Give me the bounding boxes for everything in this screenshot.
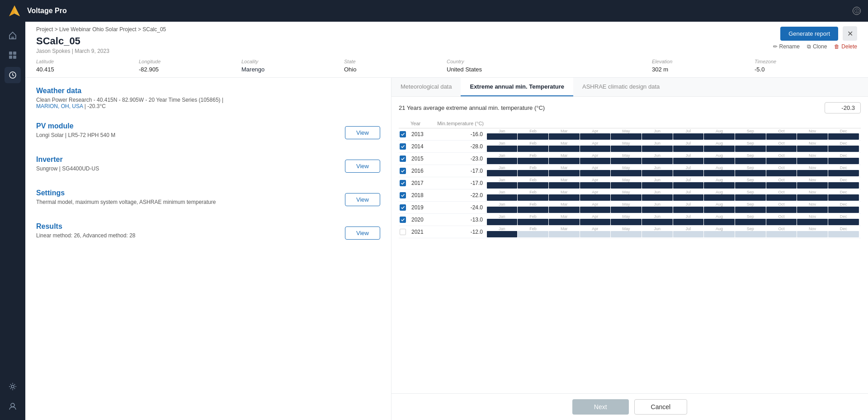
delete-icon: 🗑 — [834, 43, 840, 50]
location-bar: Latitude 40.415 Longitude -82.905 Locali… — [36, 54, 857, 77]
bar-cell-2018: JanFebMarAprMayJunJulAugSepOctNovDec — [485, 189, 861, 202]
latitude-label: Latitude — [36, 59, 139, 64]
row-checkbox-2021[interactable] — [400, 229, 406, 235]
pv-title: PV module — [36, 122, 115, 130]
app-title: Voltage Pro — [27, 7, 67, 15]
latitude-value: 40.415 — [36, 66, 139, 73]
bar-cell-2021: JanFebMarAprMayJunJulAugSepOctNovDec — [485, 226, 861, 238]
content-area: Weather data Clean Power Research - 40.4… — [25, 78, 868, 420]
svg-point-8 — [11, 385, 14, 388]
sidebar-item-grid[interactable] — [5, 47, 21, 63]
generate-report-button[interactable]: Generate report — [780, 27, 838, 41]
row-checkbox-2018[interactable] — [400, 192, 406, 198]
avg-label: 21 Years average extreme annual min. tem… — [399, 104, 545, 111]
temp-cell-2018: -22.0 — [435, 189, 485, 202]
year-cell-2019: 2019 — [410, 202, 435, 214]
svg-marker-1 — [14, 5, 20, 16]
breadcrumb: Project > Live Webinar Ohio Solar Projec… — [36, 26, 166, 33]
locality-value: Marengo — [241, 66, 344, 73]
avg-value: -20.3 — [825, 102, 861, 113]
temp-cell-2014: -28.0 — [435, 141, 485, 153]
pv-view-button[interactable]: View — [345, 126, 380, 139]
bar-cell-2016: JanFebMarAprMayJunJulAugSepOctNovDec — [485, 165, 861, 177]
topbar: Voltage Pro ⓘ — [0, 0, 868, 22]
sidebar — [0, 22, 25, 420]
close-button[interactable]: ✕ — [843, 26, 857, 41]
row-checkbox-2016[interactable] — [400, 168, 406, 174]
weather-title: Weather data — [36, 87, 380, 95]
info-icon[interactable]: ⓘ — [853, 7, 861, 15]
year-cell-2013: 2013 — [410, 128, 435, 141]
country-label: Country — [447, 59, 652, 64]
tab-ashrae[interactable]: ASHRAE climatic design data — [573, 78, 669, 96]
clone-link[interactable]: ⧉ Clone — [807, 43, 827, 50]
svg-rect-3 — [9, 52, 12, 55]
tab-extreme-temp[interactable]: Extreme annual min. Temperature — [461, 78, 573, 96]
locality-label: Locality — [241, 59, 344, 64]
extreme-temp-table: Year Min.temperature (°C) 2013 -16.0 Jan… — [399, 119, 861, 238]
row-checkbox-2020[interactable] — [400, 217, 406, 223]
clone-icon: ⧉ — [807, 43, 811, 50]
page-header: Project > Live Webinar Ohio Solar Projec… — [25, 22, 868, 78]
longitude-value: -82.905 — [139, 66, 241, 73]
elevation-value: 302 m — [652, 66, 755, 73]
delete-link[interactable]: 🗑 Delete — [834, 43, 857, 50]
svg-rect-4 — [13, 52, 16, 55]
inverter-view-button[interactable]: View — [345, 160, 380, 173]
svg-point-9 — [11, 403, 14, 407]
year-cell-2020: 2020 — [410, 214, 435, 226]
weather-link[interactable]: MARION, OH, USA — [36, 103, 83, 109]
settings-subtitle: Thermal model, maximum system voltage, A… — [36, 199, 216, 205]
pv-subtitle: Longi Solar | LR5-72 HPH 540 M — [36, 132, 115, 138]
bar-cell-2015: JanFebMarAprMayJunJulAugSepOctNovDec — [485, 153, 861, 165]
temp-cell-2021: -12.0 — [435, 226, 485, 238]
row-checkbox-2015[interactable] — [400, 156, 406, 162]
row-checkbox-2017[interactable] — [400, 180, 406, 186]
sidebar-item-calc[interactable] — [5, 67, 21, 83]
timezone-label: Timezone — [755, 59, 857, 64]
temp-cell-2019: -24.0 — [435, 202, 485, 214]
sidebar-item-home[interactable] — [5, 27, 21, 43]
right-panel: Meteorological data Extreme annual min. … — [392, 78, 868, 420]
bar-cell-2020: JanFebMarAprMayJunJulAugSepOctNovDec — [485, 214, 861, 226]
svg-rect-6 — [13, 56, 16, 59]
inverter-title: Inverter — [36, 156, 99, 164]
settings-section: Settings Thermal model, maximum system v… — [36, 189, 380, 210]
next-button[interactable]: Next — [572, 399, 629, 415]
timezone-value: -5.0 — [755, 66, 857, 73]
weather-section: Weather data Clean Power Research - 40.4… — [36, 87, 380, 109]
bar-cell-2014: JanFebMarAprMayJunJulAugSepOctNovDec — [485, 141, 861, 153]
results-title: Results — [36, 222, 136, 231]
results-section: Results Linear method: 26, Advanced meth… — [36, 222, 380, 243]
temp-cell-2016: -17.0 — [435, 165, 485, 177]
sidebar-item-user[interactable] — [5, 398, 21, 415]
results-subtitle: Linear method: 26, Advanced method: 28 — [36, 232, 136, 239]
bar-cell-2017: JanFebMarAprMayJunJulAugSepOctNovDec — [485, 177, 861, 189]
bottom-action-bar: Next Cancel — [392, 393, 868, 420]
cancel-button[interactable]: Cancel — [634, 399, 688, 415]
tab-meteorological[interactable]: Meteorological data — [392, 78, 461, 96]
main-content: Project > Live Webinar Ohio Solar Projec… — [25, 22, 868, 420]
temp-cell-2013: -16.0 — [435, 128, 485, 141]
svg-rect-2 — [11, 37, 14, 39]
bar-cell-2019: JanFebMarAprMayJunJulAugSepOctNovDec — [485, 202, 861, 214]
bar-cell-2013: JanFebMarAprMayJunJulAugSepOctNovDec — [485, 128, 861, 141]
row-checkbox-2019[interactable] — [400, 204, 406, 211]
page-title: SCalc_05 — [36, 35, 166, 47]
row-checkbox-2013[interactable] — [400, 131, 406, 137]
extreme-temp-table-area: 21 Years average extreme annual min. tem… — [392, 97, 868, 393]
row-checkbox-2014[interactable] — [400, 143, 406, 150]
page-subtitle: Jason Spokes | March 9, 2023 — [36, 48, 166, 54]
settings-view-button[interactable]: View — [345, 193, 380, 206]
year-cell-2016: 2016 — [410, 165, 435, 177]
results-view-button[interactable]: View — [345, 227, 380, 240]
year-cell-2015: 2015 — [410, 153, 435, 165]
sidebar-item-settings[interactable] — [5, 378, 21, 395]
rename-link[interactable]: ✏ Rename — [773, 43, 800, 50]
country-value: United States — [447, 66, 652, 73]
state-label: State — [344, 59, 447, 64]
elevation-label: Elevation — [652, 59, 755, 64]
year-cell-2018: 2018 — [410, 189, 435, 202]
pv-section: PV module Longi Solar | LR5-72 HPH 540 M… — [36, 122, 380, 143]
temp-cell-2015: -23.0 — [435, 153, 485, 165]
